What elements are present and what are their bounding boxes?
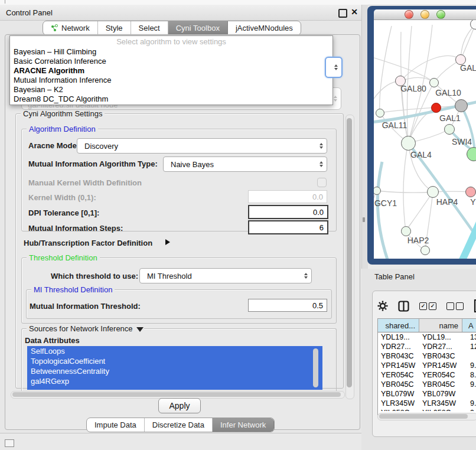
- network-window-titlebar[interactable]: [374, 9, 476, 20]
- export-table-icon[interactable]: [474, 299, 476, 313]
- top-tab-bar: Network Style Select Cyni Toolbox jActiv…: [43, 21, 301, 35]
- network-node[interactable]: [420, 246, 430, 255]
- mi-algorithm-type-combo[interactable]: Naive Bayes: [163, 156, 327, 172]
- aracne-mode-combo[interactable]: Discovery: [77, 138, 327, 154]
- dropdown-item-dream8[interactable]: Dream8 DC_TDC Algorithm: [10, 94, 332, 104]
- mi-algorithm-type-label: Mutual Information Algorithm Type:: [28, 159, 158, 168]
- node-label-gal11: GAL11: [382, 120, 407, 130]
- network-window: GALGAL80GAL10GAL1GAL11SWI4GAL4HAP4YGCY1H…: [367, 6, 476, 265]
- network-node-swi4[interactable]: [444, 124, 455, 135]
- table-row[interactable]: YDR27...YDR27...12: [378, 342, 476, 351]
- attribute-item-betweennesscentrality[interactable]: BetweennessCentrality: [27, 366, 322, 376]
- which-threshold-combo[interactable]: MI Threshold: [139, 268, 312, 283]
- tab-discretize-data-label: Discretize Data: [152, 420, 204, 429]
- table-row[interactable]: YBL079WYBL079W: [378, 389, 476, 399]
- tab-discretize-data[interactable]: Discretize Data: [145, 418, 213, 432]
- manual-kernel-width-label: Manual Kernel Width Definition: [28, 178, 142, 187]
- close-window-icon[interactable]: [405, 10, 413, 19]
- apply-button[interactable]: Apply: [158, 398, 201, 413]
- column-header-shared-name[interactable]: shared...: [378, 319, 419, 332]
- table-cell: YIL052C: [378, 408, 419, 411]
- network-node-hap2[interactable]: [401, 226, 411, 236]
- network-node-gal1[interactable]: [431, 103, 441, 113]
- node-label-y: Y: [470, 197, 475, 207]
- node-label-hap4: HAP4: [436, 197, 458, 207]
- tab-impute-data[interactable]: Impute Data: [87, 418, 145, 432]
- column-header-name[interactable]: name: [419, 319, 462, 332]
- split-panel-icon[interactable]: [398, 301, 409, 312]
- settings-horizontal-scrollbar-thumb[interactable]: [12, 392, 341, 397]
- mi-threshold-field[interactable]: 0.5: [248, 299, 327, 312]
- kernel-width-value: 0.0: [312, 193, 323, 201]
- control-panel-titlebar: Control Panel ✕: [0, 5, 361, 21]
- network-node-gal11[interactable]: [376, 109, 384, 118]
- mi-algorithm-type-value: Naive Bayes: [171, 160, 214, 169]
- combo-stepper-icon: [304, 273, 308, 279]
- mi-threshold-group-title: MI Threshold Definition: [31, 285, 115, 294]
- table-horizontal-scrollbar-thumb[interactable]: [379, 414, 468, 419]
- dropdown-item-mutual-information[interactable]: Mutual Information Inference: [10, 76, 332, 85]
- data-attributes-list[interactable]: SelfLoops TopologicalCoefficient Between…: [27, 346, 322, 390]
- network-canvas[interactable]: GALGAL80GAL10GAL1GAL11SWI4GAL4HAP4YGCY1H…: [374, 20, 476, 259]
- combo-stepper-icon: [334, 64, 338, 70]
- network-node[interactable]: [455, 99, 468, 112]
- gear-icon[interactable]: [377, 301, 388, 311]
- attributes-list-scrollbar[interactable]: [313, 348, 318, 387]
- table-row[interactable]: YDL19...YDL19...13: [378, 332, 476, 342]
- table-horizontal-scrollbar[interactable]: [377, 413, 476, 420]
- manual-kernel-width-checkbox[interactable]: [317, 178, 327, 187]
- sources-collapse-arrow-icon[interactable]: [136, 327, 144, 332]
- float-panel-button[interactable]: [338, 9, 347, 18]
- dropdown-item-aracne[interactable]: ARACNE Algorithm: [10, 66, 332, 76]
- tab-network[interactable]: Network: [43, 21, 98, 35]
- table-cell: YDL19...: [378, 332, 419, 342]
- dpi-tolerance-label: DPI Tolerance [0,1]:: [28, 208, 99, 217]
- which-threshold-value: MI Threshold: [147, 272, 192, 281]
- table-row[interactable]: YLR345WYLR345W9.: [378, 399, 476, 408]
- tab-cyni-toolbox[interactable]: Cyni Toolbox: [168, 21, 228, 35]
- tab-jactivemnodules[interactable]: jActiveMNodules: [228, 21, 301, 35]
- dropdown-item-basic-correlation[interactable]: Basic Correlation Inference: [10, 57, 332, 66]
- attribute-item-topologicalcoefficient[interactable]: TopologicalCoefficient: [27, 356, 322, 366]
- algorithm-combo-stepper-end[interactable]: [325, 57, 343, 78]
- sources-group-title: Sources for Network Inference: [27, 324, 144, 333]
- dropdown-item-bayesian-k2[interactable]: Bayesian – K2: [10, 85, 332, 94]
- network-node-gal10[interactable]: [429, 78, 439, 87]
- hub-expand-arrow-icon[interactable]: [165, 239, 170, 245]
- tab-style[interactable]: Style: [98, 21, 131, 35]
- tab-select[interactable]: Select: [131, 21, 168, 35]
- table-cell: YLR345W: [419, 399, 462, 408]
- select-all-columns-icon[interactable]: ✓ ✓: [419, 302, 436, 310]
- dropdown-item-bayesian-hill-climbing[interactable]: Bayesian – Hill Climbing: [10, 47, 332, 57]
- kernel-width-field[interactable]: 0.0: [248, 190, 327, 203]
- network-node-gal4[interactable]: [401, 136, 416, 151]
- control-panel-title: Control Panel: [6, 8, 53, 17]
- attribute-item-selfloops[interactable]: SelfLoops: [27, 346, 322, 356]
- dpi-tolerance-value: 0.0: [313, 208, 324, 217]
- table-row[interactable]: YPR145WYPR145W9.: [378, 361, 476, 370]
- app-root: Control Panel ✕ Network Style Select: [0, 0, 476, 450]
- hub-definition-label: Hub/Transcription Factor Definition: [24, 239, 152, 247]
- table-row[interactable]: YIL052CYIL052C9: [378, 408, 476, 411]
- table-row[interactable]: YBR045CYBR045C9.: [378, 380, 476, 389]
- table-row[interactable]: YER054CYER054C8.: [378, 370, 476, 380]
- network-node-hap4[interactable]: [427, 186, 439, 198]
- close-panel-button[interactable]: ✕: [351, 7, 358, 17]
- network-node-y[interactable]: [465, 187, 476, 197]
- table-row[interactable]: YBR043CYBR043C: [378, 351, 476, 361]
- settings-vertical-scrollbar[interactable]: [345, 115, 354, 399]
- dpi-tolerance-field[interactable]: 0.0: [248, 205, 328, 219]
- zoom-window-icon[interactable]: [436, 10, 445, 19]
- aracne-mode-label: Aracne Mode:: [28, 141, 79, 150]
- settings-vertical-scrollbar-thumb[interactable]: [347, 118, 352, 387]
- deselect-all-columns-icon[interactable]: [446, 302, 464, 310]
- minimize-window-icon[interactable]: [420, 10, 429, 19]
- collapsed-panel-icon[interactable]: [5, 439, 14, 447]
- node-label-gal4: GAL4: [410, 150, 432, 159]
- attribute-item-gal4rgexp[interactable]: gal4RGexp: [27, 376, 322, 386]
- aracne-mode-value: Discovery: [84, 142, 118, 151]
- panel-divider-grip[interactable]: [363, 217, 365, 222]
- column-header-clipped[interactable]: A: [462, 319, 476, 332]
- mi-steps-field[interactable]: 6: [248, 220, 328, 234]
- tab-infer-network[interactable]: Infer Network: [213, 418, 274, 432]
